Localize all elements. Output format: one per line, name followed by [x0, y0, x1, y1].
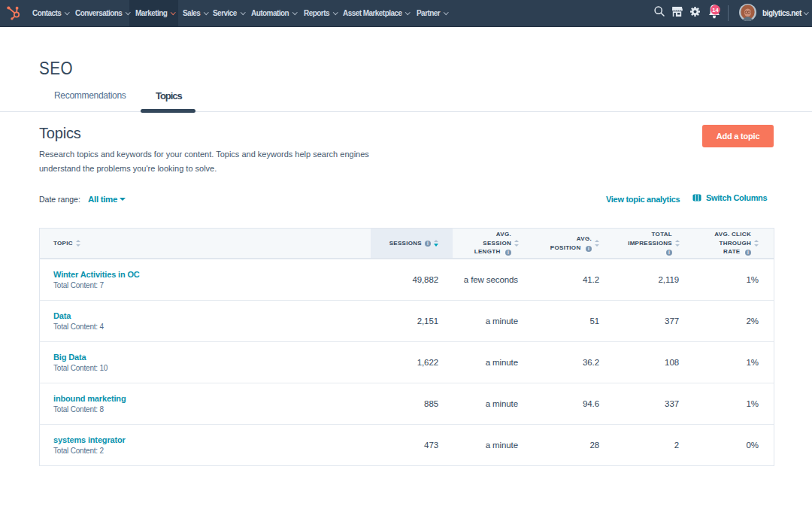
svg-text:14: 14 [712, 7, 719, 14]
